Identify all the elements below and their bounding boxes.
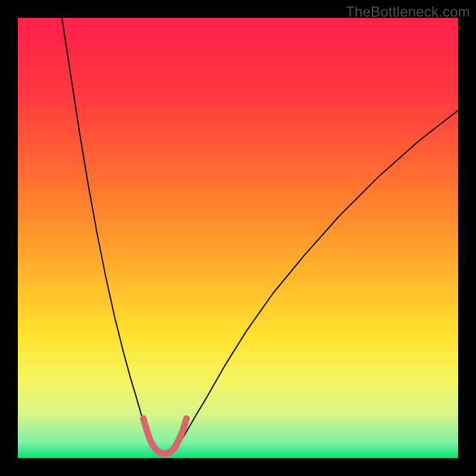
curves-layer bbox=[18, 18, 458, 458]
watermark-text: TheBottleneck.com bbox=[346, 4, 470, 20]
chart-frame bbox=[18, 18, 458, 458]
series-left-branch bbox=[62, 18, 156, 451]
series-right-branch bbox=[174, 110, 458, 451]
plot-area bbox=[18, 18, 458, 458]
series-valley-highlight bbox=[143, 418, 187, 453]
